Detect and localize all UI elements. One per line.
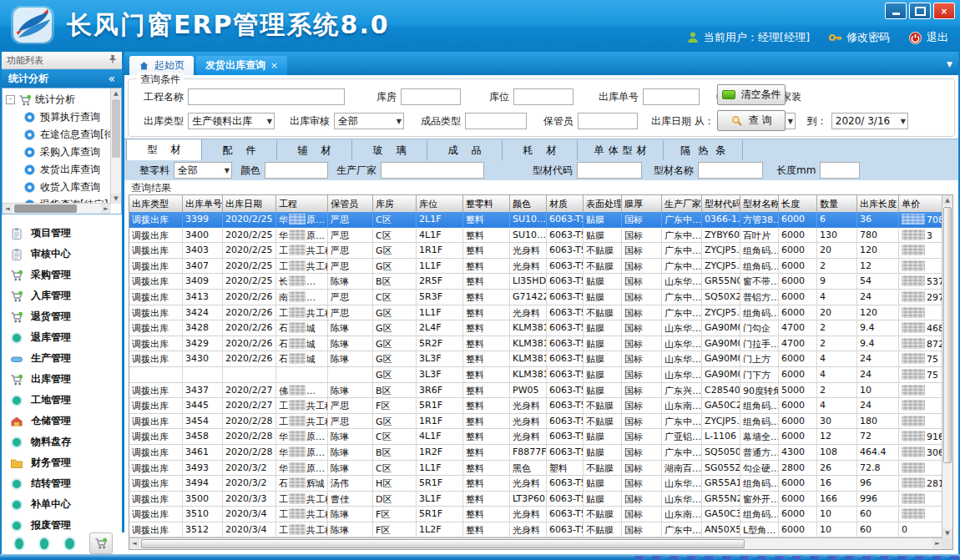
column-header[interactable]: 生产厂家 [662, 195, 702, 212]
sidebar-menu-item[interactable]: 工地管理 [2, 390, 122, 411]
tree-scroll-thumb[interactable] [112, 99, 120, 158]
table-row[interactable]: 调拨出库 3461 2020/2/28 华原… 陈琳 B区 1R2F 整料 F8… [129, 445, 942, 461]
column-header[interactable]: 材质 [547, 195, 584, 212]
column-header[interactable]: 出库日期 [223, 195, 276, 212]
tab-shipment-query[interactable]: 发货出库查询 × [196, 56, 287, 75]
table-row[interactable]: 调拨出库 3494 2020/3/2 石辉城 汤伟 H区 5R1F 整料 光身料… [129, 476, 942, 492]
table-row[interactable]: 调拨出库 3493 2020/3/2 华原… 陈琳 C区 1L1F 整料 黑色 … [129, 461, 942, 477]
table-row[interactable]: 调拨出库 3512 2020/3/4 工共工程 陈琳 F区 1L2F 整料 光身… [129, 522, 942, 538]
footer-dot-icon[interactable] [13, 537, 25, 551]
table-row[interactable]: 调拨出库 3429 2020/2/26 石城 陈琳 G区 5R2F 整料 KLM… [129, 336, 942, 352]
scroll-left-icon[interactable]: ◄ [3, 204, 13, 214]
material-tab[interactable]: 玻璃 [352, 140, 427, 160]
material-tab[interactable]: 成品 [427, 140, 503, 160]
section-header[interactable]: 统计分析 « [2, 69, 122, 88]
tree-item[interactable]: 在途信息查询[待 [6, 126, 121, 144]
scroll-down-icon[interactable]: ▼ [111, 194, 121, 204]
column-header[interactable]: 单价 [899, 195, 947, 212]
column-header[interactable]: 库房 [373, 195, 417, 212]
table-row[interactable]: 调拨出库 3430 2020/2/26 石城 陈琳 G区 3L3F 整料 KLM… [129, 351, 942, 367]
tree-item[interactable]: 采购入库查询 [6, 144, 121, 161]
pin-icon[interactable] [109, 54, 117, 66]
footer-dot-icon[interactable] [38, 537, 50, 551]
profile-code-input[interactable] [577, 162, 642, 179]
column-header[interactable]: 整零料 [463, 195, 510, 212]
material-tab[interactable]: 单体型材 [578, 140, 664, 160]
column-header[interactable]: 出库类型 [129, 195, 183, 212]
column-header[interactable]: 工程 [276, 195, 328, 212]
sidebar-menu-item[interactable]: 采购管理 [2, 265, 122, 285]
column-header[interactable]: 颜色 [510, 195, 547, 212]
table-vertical-scrollbar[interactable]: ▲ ▼ [942, 195, 952, 538]
table-row[interactable]: 调拨出库 3413 2020/2/26 南… 严思 C区 5R3F 整料 G71… [129, 290, 942, 305]
column-header[interactable]: 数量 [817, 195, 857, 212]
table-row[interactable]: 调拨出库 3500 2020/3/3 工共工程 曹佳 D区 3L1F 整料 LT… [129, 492, 942, 507]
material-tab[interactable]: 配件 [202, 140, 277, 160]
sidebar-menu-item[interactable]: 结转管理 [2, 473, 122, 494]
color-input[interactable] [265, 162, 328, 179]
material-tab[interactable]: 耗材 [503, 140, 578, 160]
order-no-input[interactable] [643, 88, 700, 105]
hscroll-thumb[interactable] [141, 539, 745, 548]
sidebar-menu-item[interactable]: 退货管理 [2, 306, 122, 327]
table-row[interactable]: 调拨出库 3403 2020/2/25 工共工程 严思 G区 1R1F 整料 光… [129, 243, 942, 259]
tree-root[interactable]: - 统计分析 [6, 91, 121, 108]
table-row[interactable]: 调拨出库 3407 2020/2/25 工共工程 严思 G区 1L1F 整料 光… [129, 259, 942, 275]
table-row[interactable]: 调拨出库 3454 2020/2/28 工共工程 严思 G区 1R1F 整料 光… [129, 414, 942, 430]
product-type-input[interactable] [465, 113, 527, 129]
column-header[interactable]: 库位 [417, 195, 463, 212]
tree-item[interactable]: 发货出库查询 [6, 161, 121, 179]
scroll-right-icon[interactable]: ► [932, 538, 942, 548]
column-header[interactable]: 表面处理 [584, 195, 622, 212]
column-header[interactable]: 型材名称 [740, 195, 779, 212]
scroll-left-icon[interactable]: ◄ [129, 538, 139, 548]
footer-dot-icon[interactable] [63, 537, 75, 551]
scroll-down-icon[interactable]: ▼ [942, 528, 952, 538]
scroll-up-icon[interactable]: ▲ [111, 88, 121, 98]
search-button[interactable]: 查 询 [717, 110, 786, 131]
warehouse-input[interactable] [401, 88, 461, 105]
sidebar-menu-item[interactable]: 退库管理 [2, 327, 122, 348]
tree-item[interactable]: 预算执行查询 [6, 108, 121, 126]
collapse-icon[interactable]: « [108, 72, 115, 85]
table-row[interactable]: 调拨出库 3437 2020/2/27 佛… 陈琳 B区 3R6F 整料 PW0… [129, 383, 942, 399]
sidebar-menu-item[interactable]: 出库管理 [2, 369, 122, 390]
column-header[interactable]: 出库单号 [183, 195, 223, 212]
tree-hscroll-thumb[interactable] [14, 204, 77, 213]
tree-vertical-scrollbar[interactable]: ▲ ▼ [110, 88, 121, 204]
tree-item[interactable]: 退库管理[待定] [6, 214, 121, 214]
minimize-button[interactable] [885, 3, 907, 19]
length-input[interactable] [820, 162, 860, 179]
table-row[interactable]: 调拨出库 3458 2020/2/28 华原… 陈琳 C区 4L1F 整料 光身… [129, 429, 942, 445]
keeper-input[interactable] [578, 113, 638, 129]
logout-button[interactable]: 退出 [908, 30, 948, 45]
table-row[interactable]: G区 3L3F 整料 KLM3817 6063-T5 贴膜 国标 山东华… GA… [129, 367, 942, 383]
sidebar-menu-item[interactable]: 仓储管理 [2, 411, 122, 431]
project-name-input[interactable] [188, 88, 345, 105]
maximize-button[interactable] [909, 3, 931, 19]
scroll-up-icon[interactable]: ▲ [942, 195, 952, 205]
sidebar-menu-item[interactable]: 财务管理 [2, 452, 122, 473]
audit-select[interactable]: 全部▼ [334, 113, 404, 129]
sidebar-menu-item[interactable]: 生产管理 [2, 348, 122, 369]
sidebar-menu-item[interactable]: 审核中心 [2, 244, 122, 265]
table-row[interactable]: 调拨出库 3409 2020/2/25 长… 陈琳 B区 2R5F 整料 LI3… [129, 274, 942, 290]
tab-close-icon[interactable]: × [270, 60, 278, 71]
table-horizontal-scrollbar[interactable]: ◄ ► [129, 537, 942, 549]
expander-icon[interactable]: - [6, 95, 15, 104]
column-header[interactable]: 出库长度 [857, 195, 899, 212]
tree-item[interactable]: 收货入库查询 [6, 179, 121, 196]
location-input[interactable] [513, 88, 573, 105]
table-row[interactable]: 调拨出库 3400 2020/2/25 华原… 严思 C区 4L1F 整料 SU… [129, 228, 942, 244]
table-row[interactable]: 调拨出库 3399 2020/2/25 华原… 严思 C区 2L1F 整料 SU… [129, 212, 942, 228]
close-button[interactable]: × [933, 3, 955, 19]
tree-horizontal-scrollbar[interactable]: ◄ ► [3, 203, 111, 214]
sidebar-menu-item[interactable]: 物料盘存 [2, 431, 122, 452]
profile-name-input[interactable] [698, 162, 763, 179]
change-password-button[interactable]: 修改密码 [828, 30, 890, 45]
material-tab[interactable]: 隔热条 [664, 140, 743, 160]
clear-conditions-button[interactable]: 清空条件 [717, 84, 786, 105]
sidebar-menu-item[interactable]: 补单中心 [2, 494, 122, 515]
column-header[interactable]: 保管员 [328, 195, 373, 212]
table-row[interactable]: 调拨出库 3424 2020/2/26 工共工程 严思 G区 1L1F 整料 光… [129, 305, 942, 321]
